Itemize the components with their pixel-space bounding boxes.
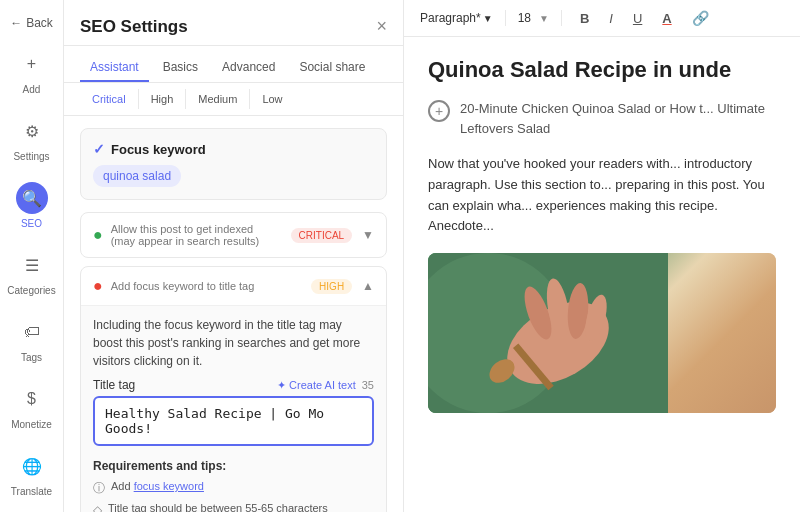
req-text-0: Add focus keyword [111, 479, 204, 494]
title-tag-input[interactable] [93, 396, 374, 446]
suggestion-text: 20-Minute Chicken Quinoa Salad or How t.… [460, 99, 776, 138]
tab-social-share[interactable]: Social share [289, 54, 375, 82]
status-green-icon: ● [93, 226, 103, 244]
create-ai-button[interactable]: ✦ Create AI text [277, 379, 356, 392]
add-suggestion-button[interactable]: + [428, 100, 450, 122]
categories-icon: ☰ [16, 249, 48, 281]
sidebar-label-add: Add [23, 84, 41, 95]
editor-paragraph[interactable]: Now that you've hooked your readers with… [428, 154, 776, 237]
seo-item-index-text: Allow this post to get indexed (may appe… [111, 223, 260, 247]
font-size-chevron-icon: ▼ [539, 13, 549, 24]
tab-basics[interactable]: Basics [153, 54, 208, 82]
seo-item-focus-main: Add focus keyword to title tag [111, 280, 255, 292]
editor-image [428, 253, 776, 413]
sidebar-item-monetize[interactable]: $ Monetize [0, 373, 63, 440]
sidebar-item-tags[interactable]: 🏷 Tags [0, 306, 63, 373]
keyword-chip[interactable]: quinoa salad [93, 165, 181, 187]
req-item-0: ⓘ Add focus keyword [93, 479, 374, 497]
close-button[interactable]: × [376, 16, 387, 37]
seo-panel-title: SEO Settings [80, 17, 188, 37]
priority-low[interactable]: Low [250, 89, 294, 109]
translate-icon: 🌐 [16, 450, 48, 482]
font-size-value[interactable]: 18 [518, 11, 531, 25]
toolbar-separator-1 [505, 10, 506, 26]
sidebar-item-add[interactable]: + Add [0, 38, 63, 105]
link-button[interactable]: 🔗 [686, 8, 715, 28]
paragraph-chevron-icon: ▼ [483, 13, 493, 24]
settings-icon: ⚙ [16, 115, 48, 147]
sidebar-label-settings: Settings [13, 151, 49, 162]
seo-item-focus-left: ● Add focus keyword to title tag [93, 277, 254, 295]
req-text-1: Title tag should be between 55-65 charac… [108, 501, 328, 512]
requirements-title: Requirements and tips: [93, 459, 374, 473]
tab-advanced[interactable]: Advanced [212, 54, 285, 82]
focus-keyword-link[interactable]: focus keyword [134, 480, 204, 492]
add-icon: + [16, 48, 48, 80]
editor-area: Paragraph* ▼ 18 ▼ B I U A 🔗 Quinoa Salad… [404, 0, 800, 512]
priority-high[interactable]: High [139, 89, 187, 109]
seo-item-index: ● Allow this post to get indexed (may ap… [80, 212, 387, 258]
seo-item-index-main: Allow this post to get indexed [111, 223, 260, 235]
seo-item-description: Including the focus keyword in the title… [93, 316, 374, 370]
badge-high: HIGH [311, 279, 352, 294]
food-image-svg [428, 253, 668, 413]
seo-item-index-header[interactable]: ● Allow this post to get indexed (may ap… [81, 213, 386, 257]
sidebar-label-monetize: Monetize [11, 419, 52, 430]
req-item-1: ◇ Title tag should be between 55-65 char… [93, 501, 374, 512]
suggestion-row: + 20-Minute Chicken Quinoa Salad or How … [428, 99, 776, 138]
badge-critical: CRITICAL [291, 228, 353, 243]
char-count: 35 [362, 379, 374, 391]
post-title[interactable]: Quinoa Salad Recipe in unde [428, 57, 776, 83]
priority-medium[interactable]: Medium [186, 89, 250, 109]
monetize-icon: $ [16, 383, 48, 415]
chevron-down-icon[interactable]: ▼ [362, 228, 374, 242]
status-red-icon: ● [93, 277, 103, 295]
image-placeholder [428, 253, 776, 413]
focus-keyword-label: Focus keyword [111, 142, 206, 157]
sidebar-item-categories[interactable]: ☰ Categories [0, 239, 63, 306]
toolbar-separator-2 [561, 10, 562, 26]
paragraph-select[interactable]: Paragraph* ▼ [420, 11, 493, 25]
underline-button[interactable]: U [627, 9, 648, 28]
sidebar-label-translate: Translate [11, 486, 52, 497]
title-tag-label: Title tag [93, 378, 135, 392]
focus-keyword-title: ✓ Focus keyword [93, 141, 374, 157]
sidebar-label-categories: Categories [7, 285, 55, 296]
panel-content: ✓ Focus keyword quinoa salad ● Allow thi… [64, 116, 403, 512]
editor-content: Quinoa Salad Recipe in unde + 20-Minute … [404, 37, 800, 512]
sidebar: ← Back + Add ⚙ Settings 🔍 SEO ☰ Categori… [0, 0, 64, 512]
check-icon: ✓ [93, 141, 105, 157]
seo-item-focus-header[interactable]: ● Add focus keyword to title tag HIGH ▲ [81, 267, 386, 305]
back-button[interactable]: ← Back [0, 8, 63, 38]
tags-icon: 🏷 [16, 316, 48, 348]
back-arrow-icon: ← [10, 16, 22, 30]
priority-tabs: Critical High Medium Low [64, 83, 403, 116]
seo-panel: SEO Settings × Assistant Basics Advanced… [64, 0, 404, 512]
req-icon-1: ◇ [93, 502, 102, 512]
paragraph-label: Paragraph* [420, 11, 481, 25]
seo-icon: 🔍 [16, 182, 48, 214]
requirements-section: Requirements and tips: ⓘ Add focus keywo… [93, 459, 374, 512]
sidebar-item-seo[interactable]: 🔍 SEO [0, 172, 63, 239]
seo-item-focus-text: Add focus keyword to title tag [111, 280, 255, 292]
seo-header: SEO Settings × [64, 0, 403, 46]
seo-item-index-sub: (may appear in search results) [111, 235, 260, 247]
italic-button[interactable]: I [603, 9, 619, 28]
sidebar-label-seo: SEO [21, 218, 42, 229]
bold-button[interactable]: B [574, 9, 595, 28]
sidebar-item-translate[interactable]: 🌐 Translate [0, 440, 63, 507]
title-tag-row: Title tag ✦ Create AI text 35 [93, 378, 374, 392]
tab-assistant[interactable]: Assistant [80, 54, 149, 82]
seo-item-body: Including the focus keyword in the title… [81, 305, 386, 512]
seo-tabs: Assistant Basics Advanced Social share [64, 46, 403, 83]
seo-item-index-left: ● Allow this post to get indexed (may ap… [93, 223, 259, 247]
priority-critical[interactable]: Critical [80, 89, 139, 109]
seo-item-focus-keyword-title: ● Add focus keyword to title tag HIGH ▲ … [80, 266, 387, 512]
text-color-button[interactable]: A [656, 9, 677, 28]
sidebar-item-settings[interactable]: ⚙ Settings [0, 105, 63, 172]
sidebar-label-tags: Tags [21, 352, 42, 363]
editor-toolbar: Paragraph* ▼ 18 ▼ B I U A 🔗 [404, 0, 800, 37]
focus-keyword-section: ✓ Focus keyword quinoa salad [80, 128, 387, 200]
chevron-up-icon[interactable]: ▲ [362, 279, 374, 293]
back-label: Back [26, 16, 53, 30]
